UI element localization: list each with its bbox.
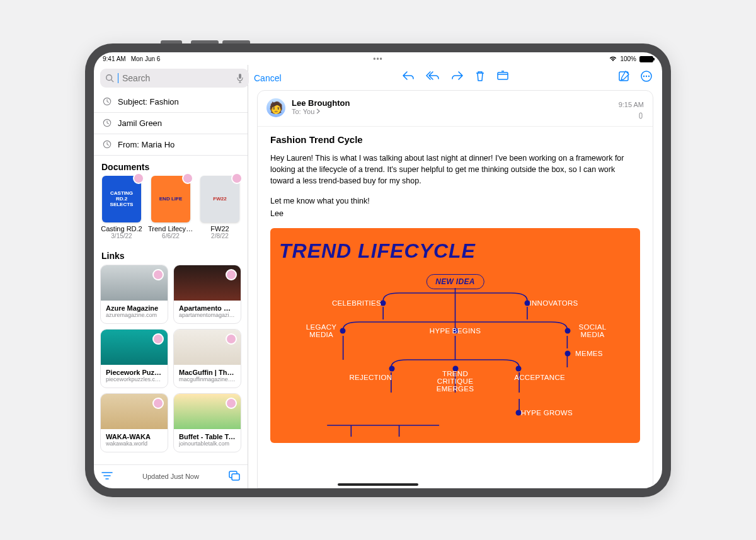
link-url: macguffinmagazine.com [179,376,236,382]
reply-all-icon[interactable] [426,71,440,84]
link-card[interactable]: Piecework Puzzlespieceworkpuzzles.com [100,329,168,388]
flow-node-critique: TREND CRITIQUE EMERGES [433,370,478,393]
sender-name[interactable]: Lee Broughton [292,98,350,108]
link-card[interactable]: MacGuffin | The Lif...macguffinmagazine.… [173,329,241,388]
recent-searches: Subject: Fashion Jamil Green From: Maria… [94,91,248,156]
link-card[interactable]: WAKA-WAKAwakawaka.world [100,393,168,452]
document-date: 2/8/22 [198,233,241,239]
link-image [174,265,241,301]
status-bar: 9:41 AM Mon Jun 6 ••• 100% [94,54,662,65]
recent-icon [103,140,112,149]
suggestion-text: Subject: Fashion [118,97,179,106]
document-item[interactable]: END LIFE Trend Lifecycle 6/6/22 [148,176,193,239]
link-title: MacGuffin | The Lif... [179,369,236,376]
suggestion-text: Jamil Green [118,118,162,128]
message-toolbar [248,65,662,90]
link-card[interactable]: Buffet - Table Talkjoinourtabletalk.com [173,393,241,452]
svg-point-11 [643,75,644,76]
new-window-icon[interactable] [229,471,240,482]
document-name: Trend Lifecycle [148,225,193,233]
link-image [101,394,168,429]
document-date: 6/6/22 [148,233,193,239]
links-grid: Azure Magazineazuremagazine.com Apartame… [94,265,248,459]
link-url: pieceworkpuzzles.com [106,376,163,382]
chevron-right-icon [316,108,321,114]
thumb-text: FW22 [213,196,226,202]
link-avatar-icon [226,398,237,409]
recent-icon [103,118,112,127]
compose-icon[interactable] [618,71,629,84]
flowchart: NEW IDEA CELEBRITIES INNOVATORS LEGACY M… [279,273,631,437]
dictate-icon[interactable] [236,73,244,83]
suggestion-item[interactable]: Jamil Green [94,112,248,134]
attachment-icon [619,112,644,121]
doc-avatar-icon [133,173,144,184]
document-name: Casting RD.2 [100,225,143,233]
flow-node-acceptance: ACCEPTANCE [514,374,565,381]
message-time: 9:15 AM [619,101,644,108]
filter-icon[interactable] [101,471,113,481]
recipient-row[interactable]: To: You [292,108,350,115]
to-label: To: [292,108,301,115]
message-paragraph: Hey Lauren! This is what I was talking a… [270,152,640,187]
volume-up-button [191,40,219,43]
reply-icon[interactable] [402,71,415,84]
link-image [101,265,168,301]
search-input[interactable] [122,73,232,83]
svg-line-1 [112,79,114,82]
sidebar-footer: Updated Just Now [94,464,248,488]
flow-node-grows: HYPE GROWS [521,409,573,416]
link-image [101,330,168,365]
multitask-dots-icon[interactable]: ••• [373,55,383,64]
message-paragraph: Let me know what you think! [270,195,640,207]
forward-icon[interactable] [451,71,464,84]
message-subject: Fashion Trend Cycle [270,134,640,145]
svg-point-12 [646,75,647,76]
thumb-text: CASTING RD.2 SELECTS [105,190,139,207]
message-card: 🧑 Lee Broughton To: You 9:15 AM [257,90,653,488]
search-field[interactable] [100,69,249,88]
home-indicator[interactable] [338,483,418,486]
more-icon[interactable] [641,71,652,84]
message-pane: 🧑 Lee Broughton To: You 9:15 AM [248,65,662,488]
link-url: azuremagazine.com [106,312,163,318]
trash-icon[interactable] [475,71,485,84]
document-thumbnail: END LIFE [151,176,190,222]
search-icon [105,74,114,83]
message-signoff: Lee [270,208,640,219]
suggestion-item[interactable]: From: Maria Ho [94,134,248,155]
link-title: WAKA-WAKA [106,433,163,440]
screen: 9:41 AM Mon Jun 6 ••• 100% [94,52,662,488]
suggestion-item[interactable]: Subject: Fashion [94,91,248,112]
attachment-title: TREND LIFECYCLE [279,239,631,263]
to-value: You [303,108,315,115]
recent-icon [103,97,112,106]
link-image [174,330,241,365]
link-url: joinourtabletalk.com [179,440,236,447]
battery-icon [639,56,653,62]
document-item[interactable]: CASTING RD.2 SELECTS Casting RD.2 3/15/2… [100,176,143,239]
doc-avatar-icon [231,173,243,184]
link-card[interactable]: Azure Magazineazuremagazine.com [100,265,168,324]
attachment-image[interactable]: TREND LIFECYCLE [270,228,640,443]
link-avatar-icon [226,333,237,345]
message-header: 🧑 Lee Broughton To: You 9:15 AM [258,91,653,127]
document-name: FW22 [198,225,241,233]
wifi-icon [609,56,617,62]
svg-point-13 [648,75,650,76]
link-avatar-icon [152,269,164,280]
link-title: Azure Magazine [106,304,163,312]
link-card[interactable]: Apartamento Maga...apartamentomagazine.c… [173,265,241,324]
document-item[interactable]: FW22 FW22 2/8/22 [198,176,241,239]
svg-rect-7 [232,474,239,480]
document-date: 3/15/22 [100,233,143,239]
flow-node-social: SOCIAL MEDIA [576,323,609,338]
flow-node-newidea: NEW IDEA [426,274,484,289]
link-url: apartamentomagazine.c... [179,312,236,318]
thumb-text: END LIFE [159,196,182,202]
link-title: Buffet - Table Talk [179,433,236,440]
ipad-frame: 9:41 AM Mon Jun 6 ••• 100% [85,43,671,497]
archive-icon[interactable] [496,71,509,84]
search-sidebar: Cancel Subject: Fashion Jamil Green From… [94,65,248,488]
sender-avatar[interactable]: 🧑 [266,98,285,117]
